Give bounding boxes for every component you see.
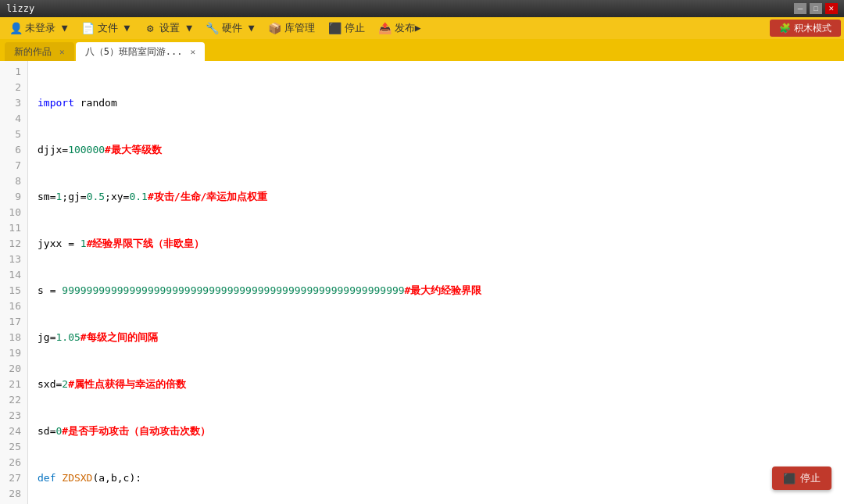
library-icon: 📦 [269, 22, 281, 34]
menu-stop-label: 停止 [345, 21, 365, 35]
line-14: 14 [6, 267, 21, 283]
code-row-2: djjx=100000#最大等级数 [38, 142, 835, 158]
tab-new-work-close[interactable]: ✕ [59, 47, 65, 57]
code-row-8: sd=0#是否手动攻击（自动攻击次数） [38, 424, 835, 439]
maximize-button[interactable]: □ [810, 3, 822, 14]
line-19: 19 [6, 345, 21, 361]
line-22: 22 [6, 392, 21, 408]
blocks-label: 积木模式 [794, 22, 831, 35]
title-bar: lizzy ─ □ ✕ [0, 0, 844, 17]
tab-class-game-label: 八（5）班陪室同游... [85, 45, 183, 59]
publish-icon: 📤 [379, 22, 392, 34]
line-12: 12 [6, 236, 21, 252]
line-11: 11 [6, 220, 21, 236]
window-controls: ─ □ ✕ [794, 3, 838, 14]
menu-file-label: 文件 ▼ [98, 21, 131, 35]
line-18: 18 [6, 330, 21, 345]
menu-item-stop[interactable]: ⬛ 停止 [323, 20, 371, 37]
menu-item-settings[interactable]: ⚙ 设置 ▼ [138, 20, 198, 37]
code-row-1: import random [38, 95, 835, 111]
line-1: 1 [6, 64, 21, 80]
blocks-icon: 🧩 [779, 23, 791, 34]
menu-hardware-label: 硬件 ▼ [222, 21, 255, 35]
line-23: 23 [6, 408, 21, 424]
menu-item-hardware[interactable]: 🔧 硬件 ▼ [200, 20, 261, 37]
minimize-button[interactable]: ─ [794, 3, 806, 14]
tab-class-game[interactable]: 八（5）班陪室同游... ✕ [76, 42, 206, 61]
stop-menu-icon: ⬛ [329, 22, 342, 34]
line-4: 4 [6, 111, 21, 127]
line-3: 3 [6, 95, 21, 111]
file-icon: 📄 [82, 22, 95, 34]
line-17: 17 [6, 314, 21, 330]
line-6: 6 [6, 142, 21, 158]
hardware-icon: 🔧 [206, 22, 219, 34]
code-row-7: sxd=2#属性点获得与幸运的倍数 [38, 377, 835, 392]
code-row-9: def ZDSXD(a,b,c): [38, 470, 835, 486]
tab-new-work[interactable]: 新的作品 ✕ [5, 42, 74, 61]
app-title: lizzy [6, 3, 34, 14]
line-26: 26 [6, 455, 21, 470]
line-28: 28 [6, 486, 21, 502]
line-10: 10 [6, 205, 21, 220]
close-button[interactable]: ✕ [825, 3, 838, 14]
line-13: 13 [6, 252, 21, 267]
line-27: 27 [6, 470, 21, 486]
stop-button[interactable]: ⬛ 停止 [772, 466, 831, 490]
code-row-3: sm=1;gj=0.5;xy=0.1#攻击/生命/幸运加点权重 [38, 189, 835, 205]
line-5: 5 [6, 127, 21, 142]
line-9: 9 [6, 189, 21, 205]
line-24: 24 [6, 424, 21, 439]
stop-label: 停止 [800, 471, 821, 485]
tab-new-work-label: 新的作品 [14, 45, 52, 59]
code-row-4: jyxx = 1#经验界限下线（非欧皇） [38, 236, 835, 252]
menu-account-label: 未登录 ▼ [25, 21, 68, 35]
menu-bar: 👤 未登录 ▼ 📄 文件 ▼ ⚙ 设置 ▼ 🔧 硬件 ▼ 📦 库管理 ⬛ 停止 … [0, 17, 844, 39]
menu-item-account[interactable]: 👤 未登录 ▼ [3, 20, 74, 37]
blocks-mode-button[interactable]: 🧩 积木模式 [770, 20, 841, 37]
menu-settings-label: 设置 ▼ [159, 21, 192, 35]
menu-item-file[interactable]: 📄 文件 ▼ [76, 20, 137, 37]
line-2: 2 [6, 80, 21, 95]
line-16: 16 [6, 298, 21, 314]
code-row-6: jg=1.05#每级之间的间隔 [38, 330, 835, 345]
line-7: 7 [6, 158, 21, 173]
code-row-5: s = 999999999999999999999999999999999999… [38, 283, 835, 298]
menu-publish-label: 发布▶ [395, 21, 421, 35]
line-20: 20 [6, 361, 21, 377]
line-15: 15 [6, 283, 21, 298]
tab-class-game-close[interactable]: ✕ [191, 47, 196, 57]
line-25: 25 [6, 439, 21, 455]
settings-icon: ⚙ [144, 22, 156, 34]
line-21: 21 [6, 377, 21, 392]
line-numbers: 1 2 3 4 5 6 7 8 9 10 11 12 13 14 15 16 1… [0, 61, 28, 504]
menu-library-label: 库管理 [284, 21, 315, 35]
tab-bar: 新的作品 ✕ 八（5）班陪室同游... ✕ [0, 39, 844, 61]
line-8: 8 [6, 173, 21, 189]
menu-item-publish[interactable]: 📤 发布▶ [373, 20, 427, 37]
code-text[interactable]: import random djjx=100000#最大等级数 sm=1;gj=… [28, 61, 844, 504]
account-icon: 👤 [9, 22, 22, 34]
code-editor: 1 2 3 4 5 6 7 8 9 10 11 12 13 14 15 16 1… [0, 61, 844, 504]
stop-icon: ⬛ [783, 473, 796, 484]
menu-item-library[interactable]: 📦 库管理 [263, 20, 321, 37]
